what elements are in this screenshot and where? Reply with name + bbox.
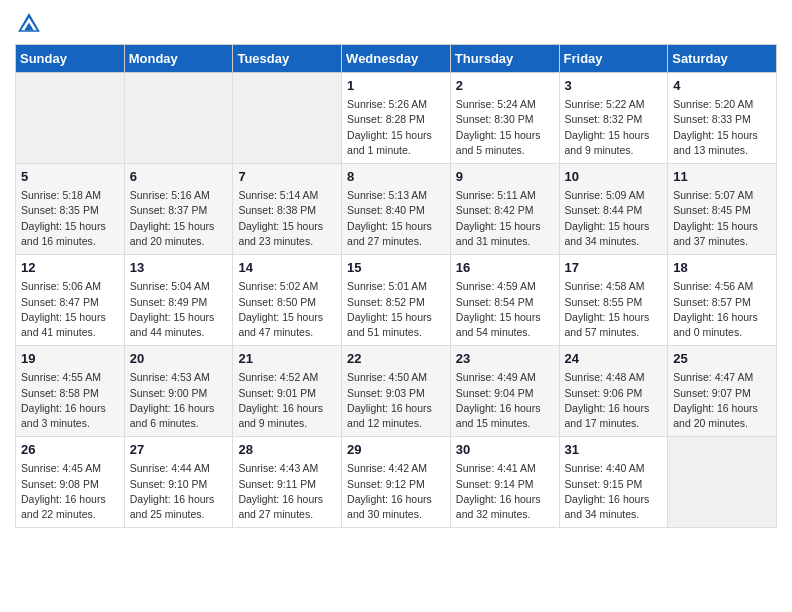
day-info: Sunrise: 4:43 AM Sunset: 9:11 PM Dayligh… xyxy=(238,461,336,522)
day-info: Sunrise: 4:56 AM Sunset: 8:57 PM Dayligh… xyxy=(673,279,771,340)
calendar-cell: 3Sunrise: 5:22 AM Sunset: 8:32 PM Daylig… xyxy=(559,73,668,164)
day-info: Sunrise: 4:45 AM Sunset: 9:08 PM Dayligh… xyxy=(21,461,119,522)
calendar-cell xyxy=(124,73,233,164)
page-header xyxy=(15,10,777,38)
calendar-week-row: 1Sunrise: 5:26 AM Sunset: 8:28 PM Daylig… xyxy=(16,73,777,164)
day-info: Sunrise: 4:48 AM Sunset: 9:06 PM Dayligh… xyxy=(565,370,663,431)
header-col-sunday: Sunday xyxy=(16,45,125,73)
day-info: Sunrise: 5:26 AM Sunset: 8:28 PM Dayligh… xyxy=(347,97,445,158)
day-number: 13 xyxy=(130,259,228,277)
day-number: 27 xyxy=(130,441,228,459)
day-number: 3 xyxy=(565,77,663,95)
calendar-cell: 4Sunrise: 5:20 AM Sunset: 8:33 PM Daylig… xyxy=(668,73,777,164)
calendar-cell: 20Sunrise: 4:53 AM Sunset: 9:00 PM Dayli… xyxy=(124,346,233,437)
header-col-saturday: Saturday xyxy=(668,45,777,73)
day-info: Sunrise: 5:20 AM Sunset: 8:33 PM Dayligh… xyxy=(673,97,771,158)
calendar-cell: 16Sunrise: 4:59 AM Sunset: 8:54 PM Dayli… xyxy=(450,255,559,346)
calendar-cell: 6Sunrise: 5:16 AM Sunset: 8:37 PM Daylig… xyxy=(124,164,233,255)
day-info: Sunrise: 5:07 AM Sunset: 8:45 PM Dayligh… xyxy=(673,188,771,249)
day-number: 14 xyxy=(238,259,336,277)
header-col-friday: Friday xyxy=(559,45,668,73)
day-info: Sunrise: 5:24 AM Sunset: 8:30 PM Dayligh… xyxy=(456,97,554,158)
day-number: 1 xyxy=(347,77,445,95)
calendar-cell: 23Sunrise: 4:49 AM Sunset: 9:04 PM Dayli… xyxy=(450,346,559,437)
day-info: Sunrise: 4:59 AM Sunset: 8:54 PM Dayligh… xyxy=(456,279,554,340)
calendar-cell: 1Sunrise: 5:26 AM Sunset: 8:28 PM Daylig… xyxy=(342,73,451,164)
day-number: 16 xyxy=(456,259,554,277)
day-number: 29 xyxy=(347,441,445,459)
day-number: 12 xyxy=(21,259,119,277)
calendar-cell: 14Sunrise: 5:02 AM Sunset: 8:50 PM Dayli… xyxy=(233,255,342,346)
calendar-cell: 21Sunrise: 4:52 AM Sunset: 9:01 PM Dayli… xyxy=(233,346,342,437)
calendar-cell: 27Sunrise: 4:44 AM Sunset: 9:10 PM Dayli… xyxy=(124,437,233,528)
header-col-wednesday: Wednesday xyxy=(342,45,451,73)
day-info: Sunrise: 5:13 AM Sunset: 8:40 PM Dayligh… xyxy=(347,188,445,249)
calendar-cell xyxy=(668,437,777,528)
calendar-week-row: 5Sunrise: 5:18 AM Sunset: 8:35 PM Daylig… xyxy=(16,164,777,255)
day-number: 10 xyxy=(565,168,663,186)
calendar-cell: 5Sunrise: 5:18 AM Sunset: 8:35 PM Daylig… xyxy=(16,164,125,255)
calendar-cell: 30Sunrise: 4:41 AM Sunset: 9:14 PM Dayli… xyxy=(450,437,559,528)
calendar-table: SundayMondayTuesdayWednesdayThursdayFrid… xyxy=(15,44,777,528)
day-info: Sunrise: 4:41 AM Sunset: 9:14 PM Dayligh… xyxy=(456,461,554,522)
day-number: 11 xyxy=(673,168,771,186)
calendar-cell: 26Sunrise: 4:45 AM Sunset: 9:08 PM Dayli… xyxy=(16,437,125,528)
day-number: 22 xyxy=(347,350,445,368)
calendar-cell: 8Sunrise: 5:13 AM Sunset: 8:40 PM Daylig… xyxy=(342,164,451,255)
calendar-cell: 22Sunrise: 4:50 AM Sunset: 9:03 PM Dayli… xyxy=(342,346,451,437)
calendar-cell: 25Sunrise: 4:47 AM Sunset: 9:07 PM Dayli… xyxy=(668,346,777,437)
day-info: Sunrise: 4:53 AM Sunset: 9:00 PM Dayligh… xyxy=(130,370,228,431)
calendar-cell xyxy=(233,73,342,164)
day-number: 28 xyxy=(238,441,336,459)
calendar-header-row: SundayMondayTuesdayWednesdayThursdayFrid… xyxy=(16,45,777,73)
day-number: 5 xyxy=(21,168,119,186)
day-info: Sunrise: 4:42 AM Sunset: 9:12 PM Dayligh… xyxy=(347,461,445,522)
day-number: 26 xyxy=(21,441,119,459)
day-info: Sunrise: 4:49 AM Sunset: 9:04 PM Dayligh… xyxy=(456,370,554,431)
header-col-monday: Monday xyxy=(124,45,233,73)
day-number: 9 xyxy=(456,168,554,186)
calendar-cell: 12Sunrise: 5:06 AM Sunset: 8:47 PM Dayli… xyxy=(16,255,125,346)
day-info: Sunrise: 5:18 AM Sunset: 8:35 PM Dayligh… xyxy=(21,188,119,249)
day-info: Sunrise: 4:40 AM Sunset: 9:15 PM Dayligh… xyxy=(565,461,663,522)
day-info: Sunrise: 4:55 AM Sunset: 8:58 PM Dayligh… xyxy=(21,370,119,431)
day-number: 6 xyxy=(130,168,228,186)
calendar-cell: 15Sunrise: 5:01 AM Sunset: 8:52 PM Dayli… xyxy=(342,255,451,346)
day-info: Sunrise: 5:11 AM Sunset: 8:42 PM Dayligh… xyxy=(456,188,554,249)
day-info: Sunrise: 4:47 AM Sunset: 9:07 PM Dayligh… xyxy=(673,370,771,431)
header-col-thursday: Thursday xyxy=(450,45,559,73)
day-info: Sunrise: 5:16 AM Sunset: 8:37 PM Dayligh… xyxy=(130,188,228,249)
calendar-cell: 31Sunrise: 4:40 AM Sunset: 9:15 PM Dayli… xyxy=(559,437,668,528)
calendar-cell: 9Sunrise: 5:11 AM Sunset: 8:42 PM Daylig… xyxy=(450,164,559,255)
day-number: 30 xyxy=(456,441,554,459)
calendar-cell: 17Sunrise: 4:58 AM Sunset: 8:55 PM Dayli… xyxy=(559,255,668,346)
day-info: Sunrise: 4:50 AM Sunset: 9:03 PM Dayligh… xyxy=(347,370,445,431)
day-info: Sunrise: 4:44 AM Sunset: 9:10 PM Dayligh… xyxy=(130,461,228,522)
day-info: Sunrise: 5:01 AM Sunset: 8:52 PM Dayligh… xyxy=(347,279,445,340)
calendar-cell: 10Sunrise: 5:09 AM Sunset: 8:44 PM Dayli… xyxy=(559,164,668,255)
day-number: 15 xyxy=(347,259,445,277)
day-number: 8 xyxy=(347,168,445,186)
calendar-cell: 18Sunrise: 4:56 AM Sunset: 8:57 PM Dayli… xyxy=(668,255,777,346)
calendar-cell: 29Sunrise: 4:42 AM Sunset: 9:12 PM Dayli… xyxy=(342,437,451,528)
day-number: 20 xyxy=(130,350,228,368)
calendar-cell: 24Sunrise: 4:48 AM Sunset: 9:06 PM Dayli… xyxy=(559,346,668,437)
calendar-cell: 28Sunrise: 4:43 AM Sunset: 9:11 PM Dayli… xyxy=(233,437,342,528)
calendar-cell: 13Sunrise: 5:04 AM Sunset: 8:49 PM Dayli… xyxy=(124,255,233,346)
calendar-cell xyxy=(16,73,125,164)
day-number: 24 xyxy=(565,350,663,368)
calendar-week-row: 12Sunrise: 5:06 AM Sunset: 8:47 PM Dayli… xyxy=(16,255,777,346)
calendar-cell: 7Sunrise: 5:14 AM Sunset: 8:38 PM Daylig… xyxy=(233,164,342,255)
day-number: 18 xyxy=(673,259,771,277)
day-info: Sunrise: 5:02 AM Sunset: 8:50 PM Dayligh… xyxy=(238,279,336,340)
calendar-cell: 11Sunrise: 5:07 AM Sunset: 8:45 PM Dayli… xyxy=(668,164,777,255)
day-number: 19 xyxy=(21,350,119,368)
calendar-week-row: 19Sunrise: 4:55 AM Sunset: 8:58 PM Dayli… xyxy=(16,346,777,437)
day-number: 4 xyxy=(673,77,771,95)
day-number: 21 xyxy=(238,350,336,368)
day-info: Sunrise: 5:22 AM Sunset: 8:32 PM Dayligh… xyxy=(565,97,663,158)
day-number: 25 xyxy=(673,350,771,368)
calendar-week-row: 26Sunrise: 4:45 AM Sunset: 9:08 PM Dayli… xyxy=(16,437,777,528)
day-info: Sunrise: 5:14 AM Sunset: 8:38 PM Dayligh… xyxy=(238,188,336,249)
logo xyxy=(15,10,47,38)
